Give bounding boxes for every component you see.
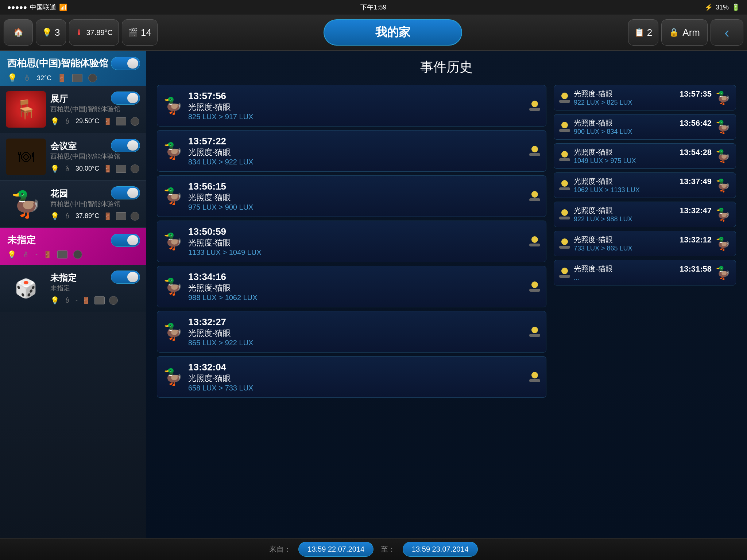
ua-shade xyxy=(57,250,67,258)
to-date-button[interactable]: 13:59 23.07.2014 xyxy=(403,542,478,557)
room-toggle-garden[interactable] xyxy=(111,186,140,199)
chair-image: 🪑 xyxy=(6,91,46,128)
duck-icon-5: 🦆 xyxy=(163,322,183,341)
door-icon-zhantin: 🚪 xyxy=(104,117,112,125)
event-time-r1: 13:56:42 xyxy=(680,118,712,128)
battery-icon: 🔋 xyxy=(732,3,740,11)
scenes-icon: 🎬 xyxy=(128,28,138,37)
room-item-meeting[interactable]: 🍽 会议室 西柏思(中国)智能体验馆 💡 🕯 30.00°C 🚪 xyxy=(0,133,146,180)
event-name-r0: 光照度-猫眼 xyxy=(574,89,613,99)
lights-button[interactable]: 💡 3 xyxy=(36,19,66,46)
temperature-button[interactable]: 🌡 37.89°C xyxy=(69,19,119,46)
bluetooth-icon: ⚡ xyxy=(705,3,713,11)
status-bar: ●●●●● 中国联通 📶 下午1:59 ⚡ 31% 🔋 xyxy=(0,0,747,15)
room-toggle-meeting[interactable] xyxy=(111,139,140,152)
panel-button[interactable]: 📋 2 xyxy=(628,19,658,46)
event-right-5[interactable]: 光照度-猫眼 13:32:12 733 LUX > 865 LUX 🦆 xyxy=(554,231,736,256)
status-right: ⚡ 31% 🔋 xyxy=(705,3,740,11)
arm-button[interactable]: 🔒 Arm xyxy=(661,19,708,46)
shade-unassigned xyxy=(94,296,105,304)
duck-icon-3: 🦆 xyxy=(163,232,183,251)
room-parent-garden: 西柏思(中国)智能体验馆 xyxy=(50,199,140,208)
main-group-toggle[interactable] xyxy=(111,57,140,70)
room-controls-unassigned: 💡 🕯 - 🚪 xyxy=(50,296,140,305)
back-button[interactable]: ‹ xyxy=(711,19,743,46)
door-icon-unassigned: 🚪 xyxy=(82,296,90,304)
room-item-zhantin[interactable]: 🪑 展厅 西柏思(中国)智能体验馆 💡 🕯 29.50°C 🚪 xyxy=(0,86,146,133)
room-image-meeting: 🍽 xyxy=(6,139,46,175)
to-label: 至： xyxy=(381,544,395,554)
event-right-3[interactable]: 光照度-猫眼 13:37:49 1062 LUX > 1133 LUX 🦆 xyxy=(554,172,736,198)
room-item-garden[interactable]: 🦆 花园 西柏思(中国)智能体验馆 💡 🕯 37.89°C 🚪 xyxy=(0,180,146,228)
duck-icon-2: 🦆 xyxy=(163,187,183,206)
event-time-1: 13:57:22 xyxy=(188,136,524,147)
event-time-4: 13:34:16 xyxy=(188,271,524,283)
shade-meeting xyxy=(116,165,126,173)
event-right-0[interactable]: 光照度-猫眼 13:57:35 922 LUX > 825 LUX 🦆 xyxy=(554,85,736,110)
main-content: 事件历史 🦆 13:57:56 光照度-猫眼 825 LUX > 917 LUX… xyxy=(146,51,747,538)
event-time-2: 13:56:15 xyxy=(188,181,524,192)
sensor-icon-r6 xyxy=(559,268,570,278)
event-name-r1: 光照度-猫眼 xyxy=(574,118,613,128)
duck-icon-6: 🦆 xyxy=(163,368,183,386)
home-icon: 🏠 xyxy=(13,28,23,37)
event-name-4: 光照度-猫眼 xyxy=(188,283,524,293)
door-ctrl-icon: 🚪 xyxy=(57,74,66,82)
event-left-2[interactable]: 🦆 13:56:15 光照度-猫眼 975 LUX > 900 LUX xyxy=(157,175,546,217)
sensor-icon-1 xyxy=(529,146,540,156)
temp-unassigned: - xyxy=(76,296,78,304)
scenes-button[interactable]: 🎬 14 xyxy=(122,19,158,46)
event-values-3: 1133 LUX > 1049 LUX xyxy=(188,248,524,257)
ua-light-icon: 💡 xyxy=(7,250,16,259)
shade-garden xyxy=(116,212,126,220)
duck-icon-r3: 🦆 xyxy=(715,178,731,192)
door-icon-garden: 🚪 xyxy=(104,212,112,220)
home-button[interactable]: 🏠 xyxy=(4,19,33,46)
room-image-garden: 🦆 xyxy=(6,186,46,222)
from-date-button[interactable]: 13:59 22.07.2014 xyxy=(298,542,374,557)
event-right-1[interactable]: 光照度-猫眼 13:56:42 900 LUX > 834 LUX 🦆 xyxy=(554,114,736,140)
room-toggle-unassigned[interactable] xyxy=(111,271,140,284)
unassigned-group-header: 未指定 💡 🕯 - 🚪 xyxy=(0,228,146,265)
event-details-r3: 光照度-猫眼 13:37:49 1062 LUX > 1133 LUX xyxy=(574,176,712,194)
sensor-icon-4 xyxy=(529,281,540,292)
person-icon-unassigned: 🕯 xyxy=(64,296,71,304)
event-details-5: 13:32:27 光照度-猫眼 865 LUX > 922 LUX xyxy=(188,316,524,347)
event-details-r5: 光照度-猫眼 13:32:12 733 LUX > 865 LUX xyxy=(574,235,712,252)
shade-zhantin xyxy=(116,117,126,125)
event-left-5[interactable]: 🦆 13:32:27 光照度-猫眼 865 LUX > 922 LUX xyxy=(157,311,546,353)
ua-cam xyxy=(73,250,82,259)
event-left-6[interactable]: 🦆 13:32:04 光照度-猫眼 658 LUX > 733 LUX xyxy=(157,356,546,398)
light-ctrl-icon: 💡 xyxy=(7,73,17,83)
event-name-r3: 光照度-猫眼 xyxy=(574,176,613,186)
sensor-icon-r3 xyxy=(559,180,570,190)
event-name-r2: 光照度-猫眼 xyxy=(574,147,613,157)
home-title-button[interactable]: 我的家 xyxy=(324,19,462,46)
room-controls-zhantin: 💡 🕯 29.50°C 🚪 xyxy=(50,117,140,126)
event-left-3[interactable]: 🦆 13:50:59 光照度-猫眼 1133 LUX > 1049 LUX xyxy=(157,221,546,262)
event-left-0[interactable]: 🦆 13:57:56 光照度-猫眼 825 LUX > 917 LUX xyxy=(157,85,546,127)
panel-count: 2 xyxy=(647,27,652,38)
event-values-r3: 1062 LUX > 1133 LUX xyxy=(574,186,712,194)
event-details-r2: 光照度-猫眼 13:54:28 1049 LUX > 975 LUX xyxy=(574,147,712,165)
event-details-r1: 光照度-猫眼 13:56:42 900 LUX > 834 LUX xyxy=(574,118,712,136)
duck-icon-1: 🦆 xyxy=(163,141,183,160)
light-icon-unassigned: 💡 xyxy=(50,296,59,305)
room-toggle-zhantin[interactable] xyxy=(111,92,140,105)
event-details-2: 13:56:15 光照度-猫眼 975 LUX > 900 LUX xyxy=(188,181,524,211)
event-left-1[interactable]: 🦆 13:57:22 光照度-猫眼 834 LUX > 922 LUX xyxy=(157,130,546,172)
event-right-2[interactable]: 光照度-猫眼 13:54:28 1049 LUX > 975 LUX 🦆 xyxy=(554,143,736,169)
events-left-column: 🦆 13:57:56 光照度-猫眼 825 LUX > 917 LUX 🦆 13… xyxy=(157,85,546,532)
event-values-r6: ... xyxy=(574,274,712,281)
event-right-6[interactable]: 光照度-猫眼 13:31:58 ... 🦆 xyxy=(554,260,736,285)
events-container: 🦆 13:57:56 光照度-猫眼 825 LUX > 917 LUX 🦆 13… xyxy=(157,85,736,532)
main-group-header: 西柏思(中国)智能体验馆 💡 🕯 32°C 🚪 xyxy=(0,51,146,86)
room-item-unassigned[interactable]: 🎲 未指定 未指定 💡 🕯 - 🚪 xyxy=(0,265,146,312)
unassigned-toggle[interactable] xyxy=(111,234,140,247)
event-left-4[interactable]: 🦆 13:34:16 光照度-猫眼 988 LUX > 1062 LUX xyxy=(157,266,546,307)
event-right-4[interactable]: 光照度-猫眼 13:32:47 922 LUX > 988 LUX 🦆 xyxy=(554,202,736,227)
event-time-r2: 13:54:28 xyxy=(680,148,712,157)
wifi-icon: 📶 xyxy=(59,3,67,11)
sensor-icon-r1 xyxy=(559,122,570,132)
event-name-2: 光照度-猫眼 xyxy=(188,192,524,203)
